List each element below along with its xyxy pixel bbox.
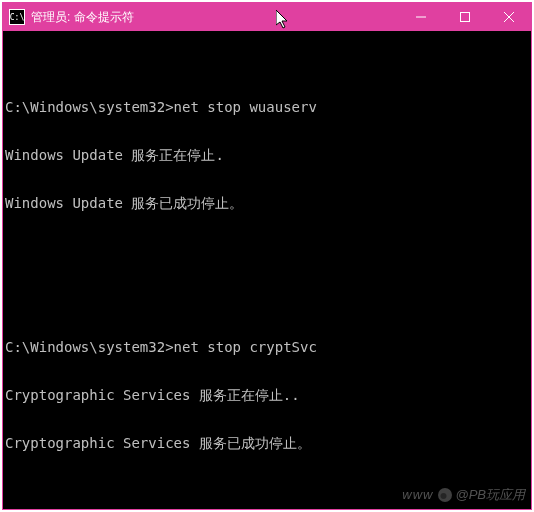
- watermark-www: www: [402, 487, 433, 503]
- maximize-icon: [460, 12, 470, 22]
- app-icon: C:\: [9, 9, 25, 25]
- titlebar[interactable]: C:\ 管理员: 命令提示符: [3, 3, 531, 31]
- command-block: C:\Windows\system32>net stop wuauserv Wi…: [5, 67, 529, 243]
- cmd-window: C:\ 管理员: 命令提示符 C:\Windows\system32>net s…: [2, 2, 532, 510]
- close-icon: [504, 12, 514, 22]
- watermark: www @PB玩应用: [402, 487, 525, 503]
- output-line: Cryptographic Services 服务已成功停止。: [5, 435, 529, 451]
- prompt-line: C:\Windows\system32>net stop wuauserv: [5, 99, 529, 115]
- terminal-body[interactable]: C:\Windows\system32>net stop wuauserv Wi…: [3, 31, 531, 509]
- prompt-line: C:\Windows\system32>net stop cryptSvc: [5, 339, 529, 355]
- svg-point-5: [441, 493, 447, 499]
- prompt: C:\Windows\system32>: [5, 99, 174, 115]
- output-line: Windows Update 服务正在停止.: [5, 147, 529, 163]
- window-title: 管理员: 命令提示符: [31, 9, 134, 26]
- output-line: Windows Update 服务已成功停止。: [5, 195, 529, 211]
- command-text: net stop wuauserv: [174, 99, 317, 115]
- minimize-button[interactable]: [399, 3, 443, 31]
- minimize-icon: [416, 12, 426, 22]
- svg-rect-1: [461, 13, 470, 22]
- watermark-handle: @PB玩应用: [455, 487, 525, 503]
- maximize-button[interactable]: [443, 3, 487, 31]
- command-text: net stop cryptSvc: [174, 339, 317, 355]
- close-button[interactable]: [487, 3, 531, 31]
- command-block: C:\Windows\system32>net stop cryptSvc Cr…: [5, 307, 529, 483]
- output-line: Cryptographic Services 服务正在停止..: [5, 387, 529, 403]
- weibo-icon: [437, 487, 453, 503]
- prompt: C:\Windows\system32>: [5, 339, 174, 355]
